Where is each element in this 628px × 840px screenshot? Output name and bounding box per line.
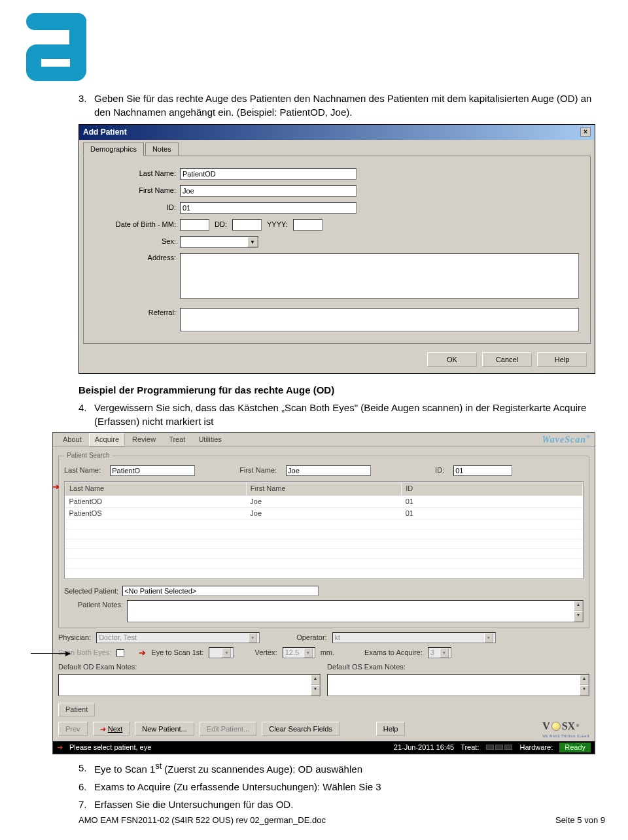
tab-patient[interactable]: Patient <box>58 703 95 716</box>
input-first-name[interactable] <box>180 185 357 197</box>
ws-help-button[interactable]: Help <box>376 722 406 736</box>
chevron-down-icon: ▼ <box>248 633 257 643</box>
ws-status-bar: ➔ Please select patient, eye 21-Jun-2011… <box>53 741 595 754</box>
dialog-tabs: Demographics Notes <box>79 140 595 156</box>
menu-acquire[interactable]: Acquire <box>89 433 125 446</box>
chevron-down-icon: ▼ <box>247 237 258 247</box>
panel-title: Patient Search <box>64 451 113 460</box>
input-dob-mm[interactable] <box>180 219 209 231</box>
patient-table[interactable]: Last Name First Name ID PatientOD Joe 01 <box>64 481 584 579</box>
default-os-notes-box[interactable]: ▲▼ <box>327 674 589 696</box>
label-id: ID: <box>92 203 180 212</box>
search-last-name[interactable] <box>110 465 195 476</box>
status-hardware-value: Ready <box>559 743 591 752</box>
label-yyyy: YYYY: <box>267 220 288 229</box>
label-exams-to-acquire: Exams to Acquire: <box>364 648 423 658</box>
visx-logo: VSX® WE MAKE THINGS CLEAR <box>542 719 589 738</box>
edit-patient-button[interactable]: Edit Patient... <box>200 722 256 736</box>
clear-search-button[interactable]: Clear Search Fields <box>262 722 340 736</box>
dialog-titlebar: Add Patient × <box>79 125 595 140</box>
step-num: 4. <box>78 401 94 428</box>
menu-about[interactable]: About <box>57 433 88 446</box>
col-id[interactable]: ID <box>402 482 583 496</box>
step-text: Geben Sie für das rechte Auge des Patien… <box>94 92 605 119</box>
tab-body-demographics: Last Name: First Name: ID: Date of Birth… <box>83 156 591 344</box>
arrow-icon: ➔ <box>52 482 60 491</box>
annotation-arrow-icon <box>31 653 70 654</box>
checkbox-scan-both-eyes[interactable] <box>116 649 124 657</box>
search-first-name[interactable] <box>286 465 371 476</box>
scroll-down-icon[interactable]: ▼ <box>580 685 589 696</box>
label-dd: DD: <box>215 220 227 229</box>
exams-dropdown[interactable]: 3 ▼ <box>428 647 451 658</box>
operator-dropdown[interactable]: kt ▼ <box>332 632 496 643</box>
patient-search-panel: Patient Search Last Name: First Name: ID… <box>58 451 589 628</box>
label-first-name: First Name: <box>239 465 277 475</box>
label-address: Address: <box>92 253 180 263</box>
ok-button[interactable]: OK <box>427 352 477 367</box>
arrow-icon: ➔ <box>100 725 106 733</box>
patient-notes-box[interactable]: ▲▼ <box>127 600 584 622</box>
dialog-title: Add Patient <box>83 127 127 138</box>
close-icon[interactable]: × <box>580 127 591 137</box>
input-last-name[interactable] <box>180 168 357 180</box>
help-button[interactable]: Help <box>537 352 587 367</box>
step-text: Vergewissern Sie sich, dass das Kästchen… <box>94 401 605 428</box>
textarea-address[interactable] <box>180 253 579 299</box>
menu-review[interactable]: Review <box>126 433 162 446</box>
label-vertex: Vertex: <box>254 648 277 658</box>
textarea-referral[interactable] <box>180 308 579 331</box>
tab-demographics[interactable]: Demographics <box>83 143 144 156</box>
step-text: Erfassen Sie die Untersuchungen für das … <box>94 798 605 811</box>
step-num: 6. <box>78 780 94 794</box>
wavescan-brand: WaveScan® <box>542 433 591 446</box>
label-patient-notes: Patient Notes: <box>64 600 123 610</box>
table-row[interactable]: PatientOS Joe 01 <box>65 507 583 519</box>
heading-step4: Beispiel der Programmierung für das rech… <box>78 383 605 397</box>
tab-notes[interactable]: Notes <box>145 143 179 156</box>
col-last-name[interactable]: Last Name <box>65 482 247 496</box>
step-7: 7. Erfassen Sie die Untersuchungen für d… <box>78 798 605 811</box>
scroll-down-icon[interactable]: ▼ <box>574 611 583 622</box>
document-page: 3. Geben Sie für das rechte Auge des Pat… <box>0 0 628 832</box>
scroll-up-icon[interactable]: ▲ <box>311 675 320 685</box>
input-dob-dd[interactable] <box>232 219 262 231</box>
physician-dropdown[interactable]: Doctor, Test ▼ <box>96 632 260 643</box>
eye-first-dropdown[interactable]: ▼ <box>209 647 234 658</box>
step-6: 6. Exams to Acquire (Zu erfassende Unter… <box>78 780 605 794</box>
scroll-down-icon[interactable]: ▼ <box>311 685 320 696</box>
label-last-name: Last Name: <box>92 169 180 178</box>
prev-button[interactable]: Prev <box>58 722 88 736</box>
label-dob: Date of Birth - MM: <box>92 220 180 229</box>
label-id: ID: <box>435 465 444 475</box>
status-hardware-label: Hardware: <box>519 743 553 752</box>
search-id[interactable] <box>453 465 512 476</box>
label-default-od-notes: Default OD Exam Notes: <box>58 662 321 672</box>
chevron-down-icon: ▼ <box>304 648 313 658</box>
step-num: 7. <box>78 798 94 811</box>
col-first-name[interactable]: First Name <box>246 482 401 496</box>
chevron-down-icon: ▼ <box>222 648 231 658</box>
input-id[interactable] <box>180 202 357 214</box>
scroll-up-icon[interactable]: ▲ <box>580 675 589 685</box>
scroll-up-icon[interactable]: ▲ <box>574 601 583 611</box>
status-message: Please select patient, eye <box>69 743 151 752</box>
step-num: 5. <box>78 761 94 776</box>
select-sex[interactable]: ▼ <box>180 236 258 248</box>
default-od-notes-box[interactable]: ▲▼ <box>58 674 321 696</box>
wavescan-window: About Acquire Review Treat Utilities Wav… <box>52 432 595 754</box>
footer-page-number: Seite 5 von 9 <box>555 815 605 825</box>
vertex-dropdown[interactable]: 12.5 ▼ <box>283 647 315 658</box>
step-4: 4. Vergewissern Sie sich, dass das Kästc… <box>78 401 605 428</box>
menu-treat[interactable]: Treat <box>163 433 191 446</box>
next-button[interactable]: ➔ Next <box>93 722 130 736</box>
label-sex: Sex: <box>92 237 180 246</box>
label-referral: Referral: <box>92 308 180 318</box>
ws-menubar: About Acquire Review Treat Utilities Wav… <box>53 433 595 447</box>
status-treat-label: Treat: <box>461 743 479 752</box>
cancel-button[interactable]: Cancel <box>482 352 532 367</box>
menu-utilities[interactable]: Utilities <box>192 433 227 446</box>
input-dob-yyyy[interactable] <box>293 219 323 231</box>
table-row[interactable]: PatientOD Joe 01 <box>65 496 583 507</box>
new-patient-button[interactable]: New Patient... <box>135 722 194 736</box>
